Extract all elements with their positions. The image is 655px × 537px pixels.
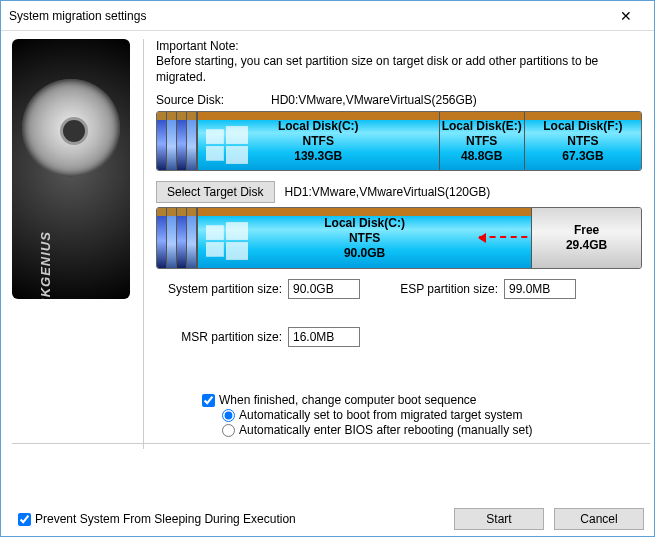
auto-label: Automatically set to boot from migrated … [239, 408, 522, 422]
source-part-c[interactable]: Local Disk(C:) NTFS 139.3GB [197, 112, 439, 170]
windows-icon [206, 126, 248, 164]
target-part-c[interactable]: Local Disk(C:) NTFS 90.0GB [197, 208, 531, 268]
svg-rect-6 [206, 242, 224, 257]
msr-size-label: MSR partition size: [156, 330, 282, 344]
target-disk-bar[interactable]: Local Disk(C:) NTFS 90.0GB Free 29.4GB [156, 207, 642, 269]
source-part-f[interactable]: Local Disk(F:) NTFS 67.3GB [524, 112, 641, 170]
window-title: System migration settings [9, 9, 146, 23]
svg-rect-1 [226, 126, 248, 144]
auto-radio[interactable] [222, 409, 235, 422]
source-part-e[interactable]: Local Disk(E:) NTFS 48.8GB [439, 112, 524, 170]
start-button[interactable]: Start [454, 508, 544, 530]
svg-rect-7 [226, 242, 248, 260]
source-disk-value: HD0:VMware,VMwareVirtualS(256GB) [271, 93, 477, 107]
manual-label: Automatically enter BIOS after rebooting… [239, 423, 532, 437]
esp-size-input[interactable] [504, 279, 576, 299]
manual-radio[interactable] [222, 424, 235, 437]
windows-icon [206, 222, 248, 260]
branding-pane: DISKGENIUS [1, 31, 141, 536]
target-free-space[interactable]: Free 29.4GB [531, 208, 641, 268]
msr-size-input[interactable] [288, 327, 360, 347]
footer-divider [12, 443, 650, 444]
svg-rect-0 [206, 129, 224, 144]
cancel-button[interactable]: Cancel [554, 508, 644, 530]
sys-size-input[interactable] [288, 279, 360, 299]
source-disk-bar[interactable]: Local Disk(C:) NTFS 139.3GB Local Disk(E… [156, 111, 642, 171]
svg-rect-3 [226, 146, 248, 164]
note-title: Important Note: [156, 39, 642, 53]
prevent-sleep-label: Prevent System From Sleeping During Exec… [35, 512, 296, 526]
note-body: Before starting, you can set partition s… [156, 54, 626, 85]
finish-label: When finished, change computer boot sequ… [219, 393, 477, 407]
hdd-illustration: DISKGENIUS [12, 39, 130, 299]
brand-label: DISKGENIUS [38, 200, 53, 299]
prevent-sleep-checkbox[interactable] [18, 513, 31, 526]
close-button[interactable]: ✕ [606, 2, 646, 30]
svg-rect-5 [226, 222, 248, 240]
svg-rect-2 [206, 146, 224, 161]
sys-size-label: System partition size: [156, 282, 282, 296]
target-disk-value: HD1:VMware,VMwareVirtualS(120GB) [285, 185, 491, 199]
finish-checkbox[interactable] [202, 394, 215, 407]
vertical-divider [143, 39, 144, 449]
source-disk-label: Source Disk: [156, 93, 271, 107]
svg-rect-4 [206, 225, 224, 240]
esp-size-label: ESP partition size: [388, 282, 498, 296]
select-target-button[interactable]: Select Target Disk [156, 181, 275, 203]
